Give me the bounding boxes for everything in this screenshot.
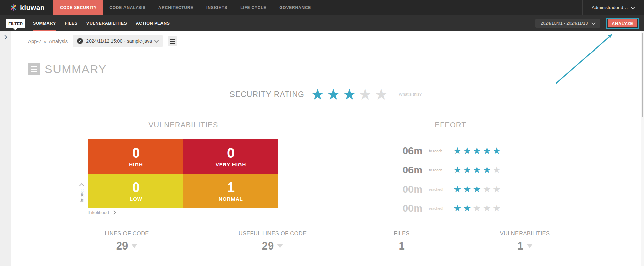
effort-title: EFFORT [403,121,498,129]
stat-value-row: 1 [361,241,442,251]
trend-down-icon [131,244,137,248]
vulnerabilities-quadrant-chart: 0 HIGH 0 VERY HIGH 0 LOW 1 NORMAL [88,139,278,208]
star-filled-icon: ★ [473,166,481,175]
star-filled-icon: ★ [343,87,356,102]
star-empty-icon: ★ [483,185,491,194]
star-filled-icon: ★ [493,146,501,156]
star-filled-icon: ★ [311,87,324,102]
effort-note: to reach [429,149,449,153]
star-empty-icon: ★ [493,185,501,194]
effort-stars: ★★★★★ [453,146,501,156]
kiuwan-logo-icon [10,4,17,11]
breadcrumb-app[interactable]: App-7 [28,38,41,44]
tab-vulnerabilities-label: VULNERABILITIES [86,21,127,26]
effort-stars: ★★★★★ [453,204,501,213]
chevron-down-icon [154,38,159,43]
quadrant-cell-very-high[interactable]: 0 VERY HIGH [183,139,278,174]
stat-value-row: 29 [86,241,167,251]
likelihood-axis: Likelihood [88,210,115,215]
summary-icon [28,63,40,75]
chevron-down-icon [631,5,635,9]
analysis-selector[interactable]: ✔ 2024/11/12 15:00 - sample-java [73,35,163,47]
security-rating-row: SECURITY RATING ★★★★★ What's this? [162,86,501,103]
nav-code-analysis[interactable]: CODE ANALYSIS [103,0,152,15]
star-filled-icon: ★ [463,204,471,213]
date-range-select[interactable]: 2024/10/01 - 2024/11/13 [535,19,600,28]
effort-row: 06m to reach ★★★★★ [390,141,501,161]
star-empty-icon: ★ [493,204,501,213]
tab-summary[interactable]: SUMMARY [33,15,56,31]
breadcrumb-row: App-7 » Analysis ✔ 2024/11/12 15:00 - sa… [28,33,177,49]
normal-label: NORMAL [219,196,243,202]
tab-action-plans-label: ACTION PLANS [136,21,170,26]
expand-panel-chevron-icon[interactable] [3,35,7,40]
user-menu[interactable]: Administrador d… [583,5,644,10]
nav-governance[interactable]: GOVERNANCE [273,0,317,15]
date-range-value: 2024/10/01 - 2024/11/13 [541,21,588,26]
stat-label: USEFUL LINES OF CODE [232,230,313,237]
low-count: 0 [132,180,140,194]
nav-architecture[interactable]: ARCHITECTURE [152,0,200,15]
quadrant-cell-normal[interactable]: 1 NORMAL [183,174,278,208]
main-nav: CODE SECURITY CODE ANALYSIS ARCHITECTURE… [53,0,317,15]
high-label: HIGH [129,162,143,167]
stat-useful-lines-of-code: USEFUL LINES OF CODE 29 [232,230,313,251]
star-filled-icon: ★ [483,166,491,175]
trend-down-icon [277,244,283,248]
quadrant-cell-low[interactable]: 0 LOW [88,174,183,208]
quadrant-cell-high[interactable]: 0 HIGH [88,139,183,174]
breadcrumb-divider [16,53,641,53]
star-empty-icon: ★ [358,87,372,102]
star-filled-icon: ★ [463,146,471,156]
kiuwan-brand[interactable]: kiuwan [0,0,53,15]
nav-insights[interactable]: INSIGHTS [200,0,234,15]
tab-files-label: FILES [65,21,77,26]
stat-value: 29 [116,241,128,251]
low-label: LOW [130,196,142,202]
chevron-right-icon [112,210,116,215]
page-title-row: SUMMARY [28,63,107,76]
analyze-button[interactable]: ANALYZE [608,19,637,27]
scrollbar-thumb[interactable] [642,33,643,117]
stat-files: FILES 1 [361,230,442,251]
whats-this-link[interactable]: What's this? [399,92,422,97]
top-navbar: kiuwan CODE SECURITY CODE ANALYSIS ARCHI… [0,0,644,15]
normal-count: 1 [227,180,235,194]
star-filled-icon: ★ [453,146,461,156]
scrollbar[interactable] [641,31,644,266]
stat-value: 29 [262,241,274,251]
star-filled-icon: ★ [473,146,481,156]
vulnerabilities-chart-title: VULNERABILITIES [88,121,278,129]
high-count: 0 [132,146,140,160]
effort-row: 00m reached! ★★★★★ [390,180,501,199]
star-empty-icon: ★ [374,87,388,102]
check-circle-icon: ✔ [77,38,83,44]
star-filled-icon: ★ [453,166,461,175]
tab-action-plans[interactable]: ACTION PLANS [136,15,170,31]
filter-tab[interactable]: FILTER [6,19,25,28]
nav-code-security[interactable]: CODE SECURITY [53,0,103,15]
effort-panel: 06m to reach ★★★★★ 06m to reach ★★★★★ 00… [390,141,501,218]
star-filled-icon: ★ [463,185,471,194]
nav-life-cycle[interactable]: LIFE CYCLE [234,0,273,15]
tab-files[interactable]: FILES [65,15,77,31]
chevron-up-icon [79,183,84,188]
star-filled-icon: ★ [453,204,461,213]
tab-vulnerabilities[interactable]: VULNERABILITIES [86,15,127,31]
star-empty-icon: ★ [493,166,501,175]
stat-label: VULNERABILITIES [485,230,565,237]
context-menu-button[interactable] [168,36,177,46]
effort-row: 06m to reach ★★★★★ [390,161,501,180]
page-title: SUMMARY [45,63,107,76]
effort-stars: ★★★★★ [453,185,501,194]
analyze-highlight-box: ANALYZE [606,18,639,29]
star-empty-icon: ★ [473,204,481,213]
stat-label: FILES [361,230,442,237]
stat-vulnerabilities: VULNERABILITIES 1 [485,230,565,251]
breadcrumb: App-7 » Analysis [28,38,68,44]
filter-tab-label: FILTER [8,22,23,26]
security-rating-label: SECURITY RATING [162,90,305,99]
star-filled-icon: ★ [463,166,471,175]
star-filled-icon: ★ [453,185,461,194]
stat-label: LINES OF CODE [86,230,167,237]
